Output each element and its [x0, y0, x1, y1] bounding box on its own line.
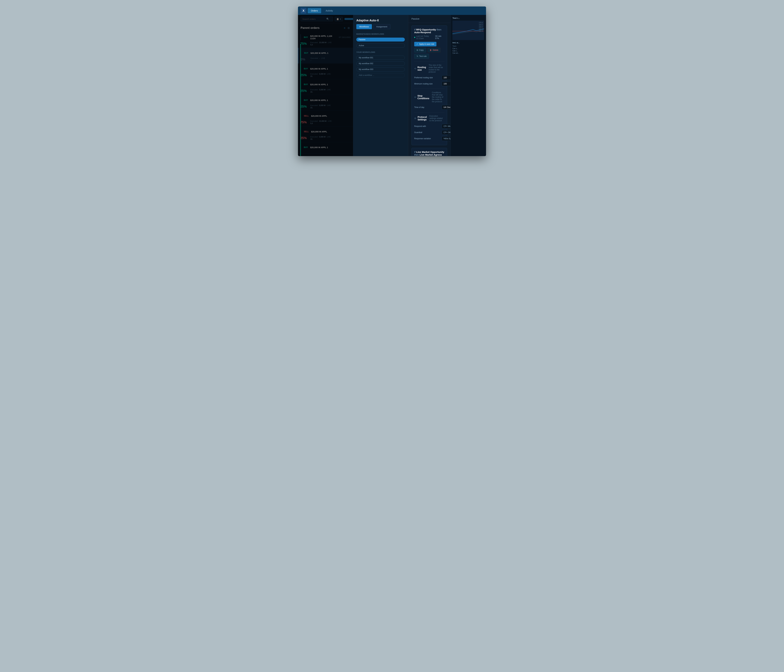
if-keyword: If: [414, 28, 416, 31]
chart-label-4: 166.0: [479, 28, 483, 30]
team-title: Team: [453, 45, 484, 47]
respond-with-row: Respond with CP+ Mid ▾: [414, 124, 444, 129]
minimum-routing-row: Minimum routing size: [414, 81, 444, 86]
copy-button[interactable]: ⧉ Copy: [414, 48, 426, 53]
respond-with-select[interactable]: CP+ Mid ▾: [442, 124, 450, 129]
your-workflows-label: Your Workflows: [353, 49, 408, 54]
routing-size-section: ⟲ Routing size The size of the order tha…: [414, 64, 444, 73]
nav-orders-button[interactable]: Orders: [308, 8, 321, 13]
checkmark-icon: ✓: [417, 43, 418, 45]
respond-with-value: CP+ Mid: [443, 125, 450, 128]
preferred-routing-row: Preferred routing size Percentage ▾: [414, 75, 444, 80]
team-row-3: Can ed...: [453, 52, 484, 54]
rule-last-run: Last run Today 12.21am Hit rate 57%: [414, 35, 444, 40]
copy-label: Copy: [419, 49, 424, 51]
mini-chart: 170.0 169.0 168.0 166.0 165.0: [453, 20, 484, 40]
rule2-action: Live Market Agress: [420, 153, 442, 156]
then2-keyword: then: [414, 153, 420, 156]
response-variation-value: %B/a Spread from Side: [443, 137, 450, 140]
minimum-routing-input[interactable]: [442, 81, 450, 86]
workflow-item-2[interactable]: My workflow 002: [356, 61, 405, 65]
routing-size-desc: The size of the order that will be route…: [429, 64, 444, 73]
team-row-1: Can u...: [453, 48, 484, 50]
apply-save-label: Apply & save rule: [419, 43, 434, 45]
response-variation-select[interactable]: %B/a Spread from Side ▾: [442, 136, 450, 141]
rule-card-1: If RFQ Opportunity then Auto-Respond Las…: [411, 25, 447, 145]
time-of-day-row: Time of day: [414, 105, 444, 110]
time-of-day-label: Time of day: [414, 106, 440, 109]
top-nav: X Orders Activity: [298, 6, 486, 15]
your-workflows-pills: My workflow 001 My workflow 002 My workf…: [353, 54, 408, 78]
marketaxess-pills: Passive Active: [353, 36, 408, 49]
stop-collapse-icon[interactable]: ⊖: [414, 96, 416, 98]
test-panel: Test r... 170.0 169.0 168.0 166.0 165.0: [450, 15, 486, 156]
passive-section-header: Passive: [408, 15, 450, 23]
copy-icon: ⧉: [417, 49, 418, 51]
assignment-tab[interactable]: Assignment: [373, 24, 390, 29]
workflow-item-1[interactable]: My workflow 001: [356, 56, 405, 60]
modal-sidebar: Adaptive Auto-X Workflows Assignment Mar…: [353, 15, 408, 156]
divider: [414, 89, 444, 89]
chart-label-1: 170.0: [479, 22, 483, 24]
rule2-if-line: If Live Market Opportunity then Live Mar…: [414, 151, 444, 156]
team-section: Team Can u... Can c... Can ed...: [453, 45, 484, 54]
respond-with-label: Respond with: [414, 125, 440, 128]
gear-icon: ⚙: [414, 117, 416, 120]
hit-rate-text: Hit rate 57%: [435, 35, 444, 40]
preferred-routing-input[interactable]: [442, 75, 450, 80]
test-rule-button[interactable]: ↻ Test rule: [414, 54, 429, 59]
guardrail-label: Guardrail: [414, 131, 440, 134]
protocol-settings-desc: Execution settings related to the protoc…: [429, 115, 444, 122]
guardrail-select[interactable]: CP+ Other Side ▾: [442, 130, 450, 135]
chart-labels: 170.0 169.0 168.0 166.0 165.0: [479, 22, 483, 32]
status-dot: [414, 37, 415, 38]
time-of-day-input[interactable]: [442, 105, 450, 110]
chart-label-3: 168.0: [479, 26, 483, 28]
apply-save-button[interactable]: ✓ Apply & save rule: [414, 42, 436, 47]
stop-conditions-desc: Conditions that will stop the routing of…: [432, 92, 444, 103]
overlay-left: [298, 15, 353, 156]
rule2-condition: Live Market Opportunity: [416, 151, 444, 153]
last-run-text: Last run Today 12.21am: [416, 35, 434, 40]
rule-card-2: If Live Market Opportunity then Live Mar…: [411, 148, 447, 156]
then-keyword: then: [437, 28, 441, 31]
marketaxess-section-label: MarketAxess Workflows: [353, 31, 408, 36]
modal-title: Adaptive Auto-X: [353, 16, 408, 24]
if2-keyword: If: [414, 151, 416, 153]
delete-label: Delete: [433, 49, 439, 51]
modal-main: Passive If RFQ Opportunity then Auto-Res…: [408, 15, 450, 156]
response-variation-label: Response variation: [414, 137, 440, 140]
routing-collapse-icon[interactable]: ⟲: [414, 67, 416, 70]
rule-action: Auto-Respond: [414, 31, 431, 34]
active-pill[interactable]: Active: [356, 44, 405, 48]
passive-pill[interactable]: Passive: [356, 37, 405, 42]
refresh-icon: ↻: [417, 55, 418, 58]
team-row-2: Can c...: [453, 50, 484, 52]
nav-activity-button[interactable]: Activity: [322, 8, 336, 13]
minimum-routing-label: Minimum routing size: [414, 82, 440, 85]
add-workflow-button[interactable]: Add a workflow ...: [356, 73, 405, 77]
modal-container: Adaptive Auto-X Workflows Assignment Mar…: [353, 15, 486, 156]
stop-conditions-section: ⊖ Stop Conditions Conditions that will s…: [414, 92, 444, 103]
guardrail-value: CP+ Other Side: [443, 131, 450, 134]
protocol-settings-title: Protocol Settings: [418, 116, 427, 121]
delete-button[interactable]: 🗑 Delete: [427, 48, 441, 53]
modal-overlay: Adaptive Auto-X Workflows Assignment Mar…: [298, 15, 486, 156]
divider: [414, 112, 444, 112]
modal-tabs: Workflows Assignment: [353, 24, 408, 31]
rule-actions: ✓ Apply & save rule ⧉ Copy 🗑 Delete ↻: [414, 42, 444, 59]
rule-condition: RFQ Opportunity: [416, 28, 436, 31]
test-panel-title: Test r...: [453, 17, 484, 19]
preferred-routing-label: Preferred routing size: [414, 76, 440, 79]
test-desc: text, w...: [453, 42, 484, 44]
guardrail-row: Guardrail CP+ Other Side ▾: [414, 130, 444, 135]
routing-size-title: Routing size: [417, 66, 426, 71]
protocol-settings-section: ⚙ Protocol Settings Execution settings r…: [414, 115, 444, 122]
chart-label-5: 165.0: [479, 30, 483, 32]
response-variation-row: Response variation %B/a Spread from Side…: [414, 136, 444, 141]
rule-if-line: If RFQ Opportunity then Auto-Respond: [414, 28, 444, 34]
logo: X: [300, 8, 306, 14]
test-rule-label: Test rule: [419, 55, 426, 58]
workflows-tab[interactable]: Workflows: [356, 24, 372, 29]
workflow-item-3[interactable]: My workflow 003: [356, 67, 405, 72]
